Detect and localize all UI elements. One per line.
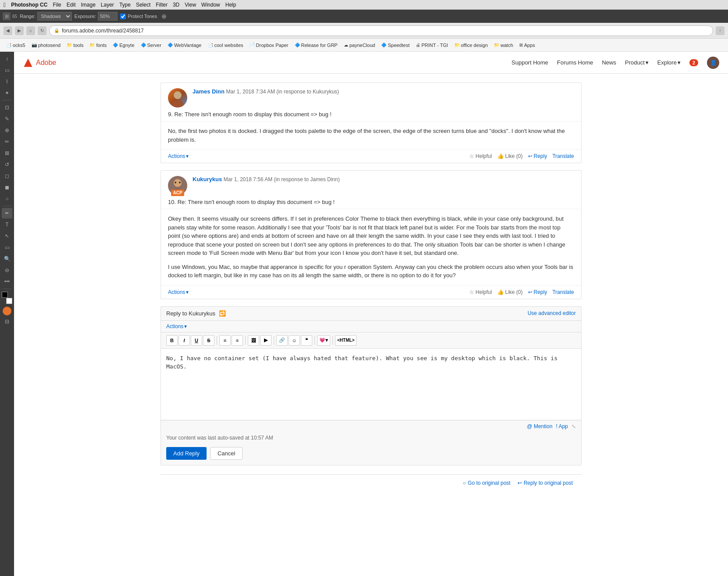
bookmark-print[interactable]: 🖨 PRINT - TGI: [413, 42, 451, 49]
tool-move[interactable]: ↕: [2, 54, 12, 64]
tool-dodge[interactable]: ○: [2, 193, 12, 204]
tool-heal[interactable]: ⊕: [2, 125, 12, 136]
menu-3d[interactable]: 3D: [173, 2, 179, 8]
toolbar-italic[interactable]: I: [178, 335, 190, 346]
menu-window[interactable]: Window: [201, 2, 220, 8]
nav-forums-home[interactable]: Forums Home: [557, 59, 593, 66]
nav-refresh-button[interactable]: ↻: [38, 26, 46, 35]
menu-view[interactable]: View: [185, 2, 196, 8]
color-swatch[interactable]: [3, 293, 11, 303]
menu-layer[interactable]: Layer: [101, 2, 114, 8]
bookmark-speedtest[interactable]: 🔷 Speedtest: [378, 42, 412, 49]
bookmark-egnyte[interactable]: 🔷 Egnyte: [110, 42, 137, 49]
menu-select[interactable]: Select: [136, 2, 150, 8]
toolbar-emoji[interactable]: ☺: [289, 335, 300, 346]
tool-stamp[interactable]: ⊠: [2, 148, 12, 158]
tool-shape[interactable]: ▭: [2, 242, 12, 253]
nav-news[interactable]: News: [602, 59, 616, 66]
add-reply-button[interactable]: Add Reply: [166, 447, 207, 460]
eyedropper-icon[interactable]: ⊕: [161, 13, 167, 20]
toolbar-html[interactable]: <HTML>: [335, 335, 357, 346]
tool-select-rect[interactable]: ▭: [2, 65, 12, 75]
post-1-reply-btn[interactable]: ↩ Reply: [528, 153, 547, 159]
bookmark-fonts[interactable]: 📁 fonts: [87, 42, 109, 49]
post-2-like-btn[interactable]: 👍 Like (0): [497, 289, 523, 295]
tool-zoom[interactable]: 🔍: [2, 254, 12, 264]
toolbar-strikethrough[interactable]: S: [203, 335, 214, 346]
tool-more[interactable]: •••: [2, 276, 12, 287]
post-2-translate-btn[interactable]: Translate: [552, 289, 574, 295]
goto-original-link[interactable]: ○ Go to original post: [463, 480, 510, 486]
menu-image[interactable]: Image: [81, 2, 95, 8]
menu-edit[interactable]: Edit: [67, 2, 76, 8]
bookmark-watch[interactable]: 📁 watch: [491, 42, 516, 49]
tool-screen-mode[interactable]: ⊟: [2, 316, 12, 327]
tool-eraser[interactable]: ◻: [2, 171, 12, 181]
tool-brush[interactable]: ✏: [2, 136, 12, 147]
bookmark-server[interactable]: 🔷 Server: [138, 42, 164, 49]
toolbar-bold[interactable]: B: [166, 335, 178, 346]
toolbar-underline[interactable]: U: [191, 335, 202, 346]
tool-pen[interactable]: ✒: [2, 208, 12, 218]
nav-support-home[interactable]: Support Home: [511, 59, 548, 66]
bookmark-apps[interactable]: ⊞ Apps: [517, 42, 538, 49]
tool-lasso[interactable]: ⌇: [2, 76, 12, 87]
bookmark-officedesign[interactable]: 📁 office design: [452, 42, 491, 49]
reply-textarea[interactable]: No, I have no container set (I have alwa…: [161, 349, 581, 419]
bookmark-webvantage[interactable]: 🔷 WebVantage: [165, 42, 204, 49]
post-1-actions-dropdown[interactable]: Actions ▾: [168, 153, 189, 159]
menu-file[interactable]: File: [53, 2, 61, 8]
notification-badge[interactable]: 2: [689, 59, 698, 66]
nav-product-dropdown[interactable]: Product ▾: [625, 59, 649, 66]
nav-home-button[interactable]: ⌂: [26, 26, 35, 35]
toolbar-list-unordered[interactable]: ≡: [219, 335, 231, 346]
bookmark-photosend[interactable]: 📷 photosend: [29, 42, 63, 49]
tool-path-select[interactable]: ↖: [2, 231, 12, 241]
toolbar-list-ordered[interactable]: ≡: [232, 335, 243, 346]
bookmark-ocks5[interactable]: 📑 ocks5: [4, 42, 28, 49]
bookmark-payne[interactable]: ☁ payneCloud: [341, 42, 378, 49]
post-2-reply-btn[interactable]: ↩ Reply: [528, 289, 547, 295]
menu-help[interactable]: Help: [225, 2, 236, 8]
use-advanced-editor[interactable]: Use advanced editor: [528, 310, 576, 316]
cancel-button[interactable]: Cancel: [210, 447, 243, 460]
bookmark-tools[interactable]: 📁 tools: [64, 42, 86, 49]
tool-wand[interactable]: ✦: [2, 88, 12, 98]
post-2-actions-dropdown[interactable]: Actions ▾: [168, 289, 189, 295]
tool-text[interactable]: T: [2, 219, 12, 230]
nav-forward-button[interactable]: ▶: [15, 26, 24, 35]
mention-btn[interactable]: @ Mention: [527, 423, 552, 429]
bookmark-release[interactable]: 🔷 Release for GRP: [292, 42, 340, 49]
post-1-translate-btn[interactable]: Translate: [552, 153, 574, 159]
menu-filter[interactable]: Filter: [156, 2, 168, 8]
address-bar[interactable]: 🔒 forums.adobe.com/thread/2458817: [49, 25, 713, 36]
protect-tones-checkbox[interactable]: [120, 14, 126, 19]
post-1-like-btn[interactable]: 👍 Like (0): [497, 153, 523, 159]
exposure-input[interactable]: [98, 12, 118, 21]
toolbar-heart[interactable]: 💗▾: [317, 335, 330, 346]
apple-menu[interactable]: : [4, 1, 6, 8]
user-avatar[interactable]: 👤: [707, 57, 719, 69]
tool-crop[interactable]: ⊡: [2, 102, 12, 113]
editor-actions-dropdown[interactable]: Actions ▾: [166, 323, 187, 329]
bookmark-dropboxpaper[interactable]: 📄 Dropbox Paper: [247, 42, 291, 49]
toolbar-image[interactable]: 🖼: [248, 335, 259, 346]
range-select[interactable]: Shadows Midtones Highlights: [37, 12, 72, 21]
tool-gradient[interactable]: ◼: [2, 182, 12, 193]
post-2-helpful-btn[interactable]: ☆ Helpful: [469, 289, 492, 295]
post-1-author[interactable]: James Dinn: [193, 88, 225, 95]
post-1-helpful-btn[interactable]: ☆ Helpful: [469, 153, 492, 159]
nav-explore-dropdown[interactable]: Explore ▾: [657, 59, 681, 66]
post-2-author[interactable]: Kukurykus: [193, 176, 222, 182]
tool-zoom-out[interactable]: ⊖: [2, 265, 12, 275]
toolbar-video[interactable]: ▶: [260, 335, 271, 346]
reply-to-original-link[interactable]: ↩ Reply to original post: [517, 480, 573, 486]
app-btn[interactable]: ! App: [556, 423, 568, 429]
tool-eyedropper[interactable]: ✎: [2, 114, 12, 124]
nav-back-button[interactable]: ◀: [4, 26, 12, 35]
toolbar-link[interactable]: 🔗: [276, 335, 288, 346]
bookmark-coolwebsites[interactable]: 📑 cool websites: [205, 42, 246, 49]
resize-icon[interactable]: ⤡: [571, 423, 576, 429]
tool-history-brush[interactable]: ↺: [2, 159, 12, 170]
toolbar-quote[interactable]: ❝: [301, 335, 312, 346]
